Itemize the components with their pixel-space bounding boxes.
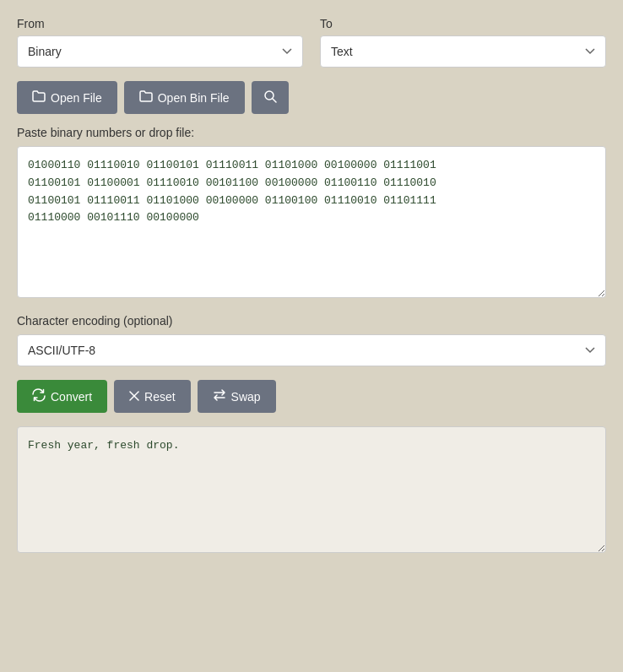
search-icon [263, 89, 277, 106]
folder-icon [32, 90, 46, 105]
from-select[interactable]: BinaryTextHexDecimalOctalBase64 [17, 35, 303, 68]
reset-label: Reset [144, 390, 176, 404]
search-button[interactable] [252, 81, 289, 114]
input-label: Paste binary numbers or drop file: [17, 126, 606, 139]
binary-input[interactable] [17, 146, 606, 298]
reset-button[interactable]: Reset [114, 380, 191, 413]
to-select[interactable]: TextBinaryHexDecimalOctalBase64 [320, 35, 606, 68]
open-bin-file-label: Open Bin File [158, 91, 230, 105]
swap-button[interactable]: Swap [198, 380, 276, 413]
encoding-label: Character encoding (optional) [17, 314, 606, 328]
svg-line-1 [273, 99, 276, 102]
from-label: From [17, 17, 303, 30]
convert-button[interactable]: Convert [17, 380, 107, 413]
x-icon [129, 390, 139, 404]
convert-icon [32, 388, 46, 404]
swap-label: Swap [231, 390, 261, 404]
open-file-label: Open File [51, 91, 102, 105]
open-bin-file-button[interactable]: Open Bin File [124, 81, 245, 114]
folder-bin-icon [139, 90, 153, 105]
open-file-button[interactable]: Open File [17, 81, 117, 114]
to-label: To [320, 17, 606, 30]
convert-label: Convert [51, 390, 92, 404]
swap-icon [213, 388, 226, 404]
encoding-select[interactable]: ASCII/UTF-8UTF-16ISO-8859-1Windows-1252 [17, 334, 606, 366]
output-textarea[interactable] [17, 426, 606, 553]
